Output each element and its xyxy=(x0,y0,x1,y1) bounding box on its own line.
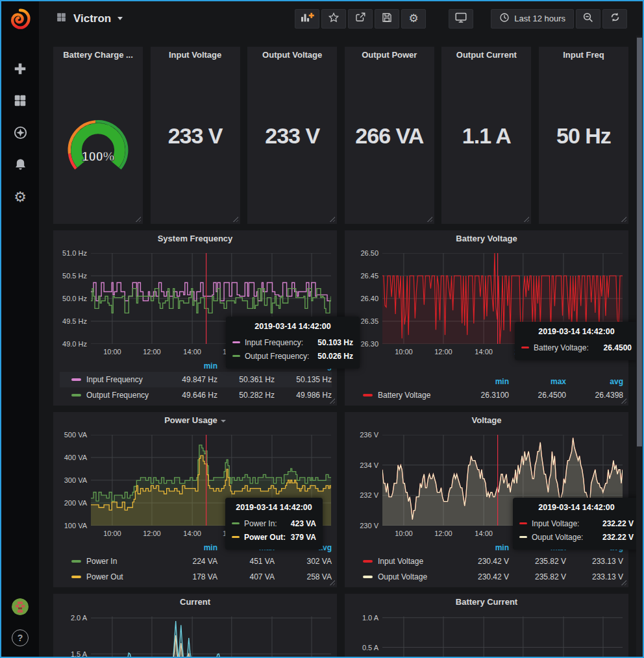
resize-handle[interactable] xyxy=(329,216,335,222)
zoom-out-button[interactable] xyxy=(576,9,601,29)
panel-title[interactable]: Voltage xyxy=(345,412,628,429)
chevron-down-icon xyxy=(118,17,123,20)
grafana-logo-icon[interactable] xyxy=(6,6,34,33)
help-icon[interactable]: ? xyxy=(12,629,29,646)
panel-input-freq: Input Freq 50 Hz xyxy=(539,47,628,224)
legend-value: 302 VA xyxy=(275,557,332,566)
resize-handle[interactable] xyxy=(329,398,335,404)
legend-header-min[interactable]: min xyxy=(160,361,217,371)
panel-title[interactable]: Output Current xyxy=(441,47,531,64)
chart-plot[interactable] xyxy=(91,616,331,657)
tooltip-series-label: Power Out: xyxy=(244,533,286,542)
resize-handle[interactable] xyxy=(621,216,626,222)
bell-icon xyxy=(14,158,27,174)
legend-value: 50.135 Hz xyxy=(275,375,332,384)
stat-value: 1.1 A xyxy=(441,123,531,148)
tooltip-timestamp: 2019-03-14 14:42:00 xyxy=(519,503,634,512)
star-icon xyxy=(328,12,340,26)
sidebar-item-alerting[interactable] xyxy=(8,157,32,174)
chart-tooltip: 2019-03-14 14:42:00Input Voltage:232.22 … xyxy=(513,498,636,550)
sidebar-item-create[interactable] xyxy=(8,62,32,79)
sidebar-item-configuration[interactable]: ⚙ xyxy=(8,189,32,206)
resize-handle[interactable] xyxy=(621,579,626,585)
panel-menu-caret-icon xyxy=(221,420,226,422)
x-axis-label: 10:00 xyxy=(390,348,418,356)
panel-title[interactable]: Current xyxy=(53,594,337,611)
legend-row[interactable]: Input Frequency49.847 Hz50.361 Hz50.135 … xyxy=(60,372,332,387)
chart-tooltip: 2019-03-14 14:42:00Battery Voltage:26.45… xyxy=(515,322,636,360)
panel-title[interactable]: Battery Charge ... xyxy=(53,47,143,64)
series-swatch xyxy=(71,378,81,381)
resize-handle[interactable] xyxy=(621,398,626,404)
series-Input Frequency xyxy=(91,283,331,301)
legend-header-min[interactable]: min xyxy=(160,543,217,552)
zoom-out-icon xyxy=(582,12,594,26)
tooltip-timestamp: 2019-03-14 14:42:00 xyxy=(232,503,316,512)
series-swatch xyxy=(232,355,240,357)
panel-title[interactable]: Output Power xyxy=(345,47,434,64)
legend-header-min[interactable]: min xyxy=(452,543,509,552)
tv-mode-button[interactable] xyxy=(449,9,473,29)
panel-settings-button[interactable]: ⚙ xyxy=(401,9,426,29)
series-swatch xyxy=(363,576,373,578)
panel-output-voltage: Output Voltage 233 V xyxy=(247,47,337,224)
scrollbar-thumb[interactable] xyxy=(637,38,642,446)
legend-header-avg[interactable]: avg xyxy=(566,377,623,386)
panel-title[interactable]: Output Voltage xyxy=(247,47,337,64)
x-axis-label: 14:00 xyxy=(178,348,206,356)
panel-title[interactable]: Battery Voltage xyxy=(345,230,628,247)
x-axis-label: 10:00 xyxy=(98,348,127,356)
dashboard-nav[interactable]: Victron xyxy=(56,12,123,25)
legend-row[interactable]: Power In224 VA451 VA302 VA xyxy=(60,554,332,569)
resize-handle[interactable] xyxy=(329,579,335,585)
tooltip-row: Input Frequency:50.103 Hz xyxy=(232,335,353,349)
series-swatch xyxy=(71,394,81,396)
dashboard-title: Victron xyxy=(73,12,111,25)
stats-row: Battery Charge ... 100% Input Voltage 23… xyxy=(53,47,628,224)
star-button[interactable] xyxy=(321,9,346,29)
legend-row[interactable]: Input Voltage230.42 V235.82 V233.13 V xyxy=(351,554,623,569)
legend-value: 230.42 V xyxy=(452,557,509,566)
save-button[interactable] xyxy=(375,9,399,29)
legend-value: 50.361 Hz xyxy=(217,375,275,384)
time-picker-button[interactable]: Last 12 hours xyxy=(491,9,574,29)
legend-header-min[interactable]: min xyxy=(452,377,509,386)
panel-title[interactable]: Input Voltage xyxy=(151,47,240,64)
panel-title[interactable]: Power Usage xyxy=(53,412,337,429)
stat-value: 233 V xyxy=(247,123,337,148)
resize-handle[interactable] xyxy=(232,216,238,222)
resize-handle[interactable] xyxy=(135,216,141,222)
share-button[interactable] xyxy=(348,9,373,29)
chart-plot[interactable] xyxy=(382,616,623,657)
resize-handle[interactable] xyxy=(427,216,432,222)
top-navbar: Victron ⚙ xyxy=(39,1,636,36)
x-axis-label: 14:00 xyxy=(469,348,498,356)
refresh-button[interactable] xyxy=(602,9,627,29)
legend-row[interactable]: Battery Voltage26.310026.450026.4398 xyxy=(351,387,623,403)
y-axis-label: 230 V xyxy=(345,522,378,530)
legend-row[interactable]: Output Frequency49.646 Hz50.282 Hz49.986… xyxy=(60,387,332,403)
add-panel-button[interactable] xyxy=(295,9,319,29)
tooltip-row: Power Out:379 VA xyxy=(232,530,316,544)
sidebar-item-explore[interactable] xyxy=(8,125,32,142)
sidebar-item-dashboards[interactable] xyxy=(8,93,32,110)
legend-row[interactable]: Ouput Voltage230.42 V235.82 V233.13 V xyxy=(351,569,623,585)
panel-title[interactable]: Battery Current xyxy=(345,594,628,611)
y-axis-label: 26.45 xyxy=(345,272,378,280)
legend-row[interactable]: Power Out178 VA407 VA258 VA xyxy=(60,569,332,585)
legend-series-name: Input Frequency xyxy=(86,375,160,384)
user-avatar[interactable] xyxy=(12,598,29,615)
legend-value: 49.986 Hz xyxy=(275,391,332,400)
vertical-scrollbar xyxy=(636,36,643,657)
panel-battery-voltage: Battery Voltage minmaxavgBattery Voltage… xyxy=(345,230,628,406)
resize-handle[interactable] xyxy=(523,216,529,222)
panel-title[interactable]: System Frequency xyxy=(53,230,337,247)
y-axis-label: 1.5 A xyxy=(53,650,87,657)
panel-output-current: Output Current 1.1 A xyxy=(441,47,531,224)
gear-icon: ⚙ xyxy=(409,13,419,24)
stat-value: 233 V xyxy=(151,123,240,148)
panel-title[interactable]: Input Freq xyxy=(539,47,628,64)
refresh-icon xyxy=(610,12,621,25)
legend-header-max[interactable]: max xyxy=(509,377,566,386)
chart-tooltip: 2019-03-14 14:42:00Input Frequency:50.10… xyxy=(226,317,360,369)
